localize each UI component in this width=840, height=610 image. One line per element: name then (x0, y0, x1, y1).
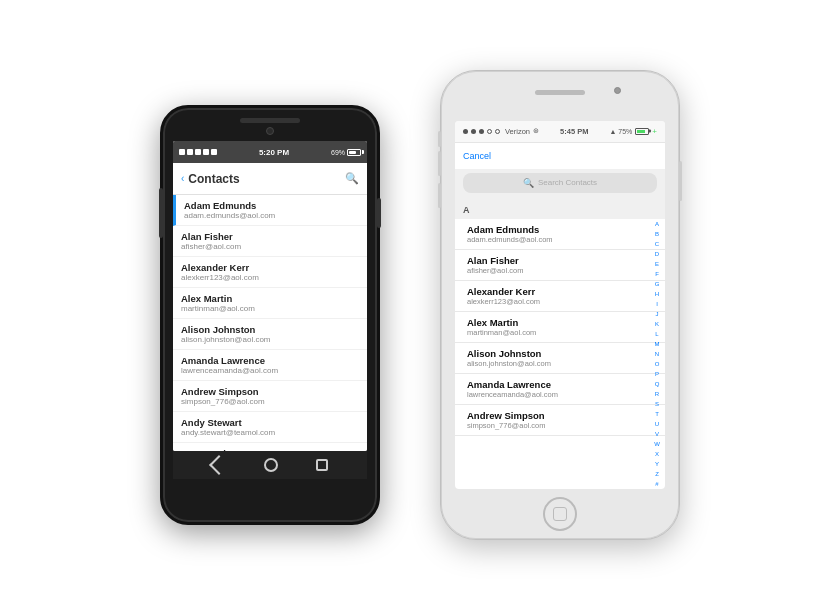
android-status-bar: 5:20 PM 69% (173, 141, 367, 163)
iphone-contact-email: afisher@aol.com (467, 266, 647, 275)
alpha-letter-V[interactable]: V (655, 431, 659, 437)
iphone-contact-name: Alex Martin (467, 317, 647, 328)
android-status-icons (179, 149, 217, 155)
iphone-contact-name: Andrew Simpson (467, 410, 647, 421)
android-phone: 5:20 PM 69% ‹ Contacts 🔍 Adam Edmunds ad… (160, 105, 380, 525)
iphone-contact-item-6[interactable]: Andrew Simpson simpson_776@aol.com (455, 405, 665, 436)
android-contact-name: Anne Butler (181, 448, 359, 451)
iphone-contact-name: Alison Johnston (467, 348, 647, 359)
android-contact-item-1[interactable]: Alan Fisher afisher@aol.com (173, 226, 367, 257)
iphone-battery-area: ▲ 75% + (609, 127, 657, 136)
iphone-home-inner (553, 507, 567, 521)
android-recents-button[interactable] (316, 459, 328, 471)
android-contact-item-5[interactable]: Amanda Lawrence lawrenceamanda@aol.com (173, 350, 367, 381)
alpha-letter-O[interactable]: O (655, 361, 660, 367)
alpha-letter-A[interactable]: A (655, 221, 659, 227)
iphone-bottom (441, 489, 679, 539)
iphone-volume-down-button[interactable] (438, 183, 441, 208)
iphone-battery-fill (637, 130, 645, 133)
iphone-contact-item-0[interactable]: Adam Edmunds adam.edmunds@aol.com (455, 219, 665, 250)
android-contact-name: Amanda Lawrence (181, 355, 359, 366)
signal-dot-4 (487, 129, 492, 134)
alpha-letter-Z[interactable]: Z (655, 471, 659, 477)
android-contact-email: adam.edmunds@aol.com (184, 211, 359, 220)
alpha-letter-R[interactable]: R (655, 391, 659, 397)
android-battery-fill (349, 151, 356, 154)
iphone-signal-area: Verizon ⊛ (463, 127, 539, 136)
iphone-contact-item-2[interactable]: Alexander Kerr alexkerr123@aol.com (455, 281, 665, 312)
alpha-letter-N[interactable]: N (655, 351, 659, 357)
alpha-letter-J[interactable]: J (656, 311, 659, 317)
android-contact-item-4[interactable]: Alison Johnston alison.johnston@aol.com (173, 319, 367, 350)
alpha-letter-L[interactable]: L (655, 331, 658, 337)
alpha-letter-T[interactable]: T (655, 411, 659, 417)
alpha-letter-G[interactable]: G (655, 281, 660, 287)
alpha-letter-K[interactable]: K (655, 321, 659, 327)
android-back-button[interactable] (209, 455, 229, 475)
android-battery-icon (347, 149, 361, 156)
alpha-letter-P[interactable]: P (655, 371, 659, 377)
android-screen: 5:20 PM 69% ‹ Contacts 🔍 Adam Edmunds ad… (173, 141, 367, 451)
iphone-power-button[interactable] (679, 161, 682, 201)
android-contact-name: Andrew Simpson (181, 386, 359, 397)
alpha-letter-C[interactable]: C (655, 241, 659, 247)
iphone-mute-switch[interactable] (438, 131, 441, 147)
alpha-letter-I[interactable]: I (656, 301, 658, 307)
android-power-button[interactable] (377, 198, 381, 228)
android-contact-name: Andy Stewart (181, 417, 359, 428)
iphone-contact-item-3[interactable]: Alex Martin martinman@aol.com (455, 312, 665, 343)
iphone-cancel-button[interactable]: Cancel (463, 151, 491, 161)
iphone-status-bar: Verizon ⊛ 5:45 PM ▲ 75% + (455, 121, 665, 143)
iphone-contact-item-5[interactable]: Amanda Lawrence lawrenceamanda@aol.com (455, 374, 665, 405)
android-contact-item-2[interactable]: Alexander Kerr alexkerr123@aol.com (173, 257, 367, 288)
alpha-letter-E[interactable]: E (655, 261, 659, 267)
android-nav-bar (173, 451, 367, 479)
alphabet-index[interactable]: ABCDEFGHIJKLMNOPQRSTUVWXYZ# (651, 219, 663, 489)
android-status-time: 5:20 PM (259, 148, 289, 157)
alpha-letter-#[interactable]: # (655, 481, 658, 487)
alpha-letter-B[interactable]: B (655, 231, 659, 237)
alpha-letter-M[interactable]: M (655, 341, 660, 347)
iphone-contact-item-1[interactable]: Alan Fisher afisher@aol.com (455, 250, 665, 281)
alpha-letter-F[interactable]: F (655, 271, 659, 277)
android-volume-button[interactable] (159, 188, 163, 238)
android-contact-email: lawrenceamanda@aol.com (181, 366, 359, 375)
android-contacts-back[interactable]: ‹ (181, 173, 184, 184)
android-contact-email: martinman@aol.com (181, 304, 359, 313)
android-search-button[interactable]: 🔍 (345, 172, 359, 185)
scene: 5:20 PM 69% ‹ Contacts 🔍 Adam Edmunds ad… (0, 0, 840, 610)
android-contacts-header: ‹ Contacts 🔍 (173, 163, 367, 195)
iphone-time: 5:45 PM (560, 127, 588, 136)
alpha-letter-W[interactable]: W (654, 441, 660, 447)
iphone-search-input[interactable]: 🔍 Search Contacts (463, 173, 657, 193)
iphone-contact-name: Amanda Lawrence (467, 379, 647, 390)
alpha-letter-Q[interactable]: Q (655, 381, 660, 387)
iphone-home-button[interactable] (543, 497, 577, 531)
android-contact-item-3[interactable]: Alex Martin martinman@aol.com (173, 288, 367, 319)
alpha-letter-U[interactable]: U (655, 421, 659, 427)
iphone-volume-up-button[interactable] (438, 151, 441, 176)
iphone-contact-item-4[interactable]: Alison Johnston alison.johnston@aol.com (455, 343, 665, 374)
notification-icon-5 (211, 149, 217, 155)
alpha-letter-D[interactable]: D (655, 251, 659, 257)
alpha-letter-H[interactable]: H (655, 291, 659, 297)
notification-icon-2 (187, 149, 193, 155)
iphone-search-bar: 🔍 Search Contacts (455, 169, 665, 197)
android-contact-item-8[interactable]: Anne Butler annebutler@aol.com (173, 443, 367, 451)
android-speaker (240, 118, 300, 123)
alpha-letter-X[interactable]: X (655, 451, 659, 457)
iphone-search-placeholder: Search Contacts (538, 178, 597, 187)
alpha-letter-S[interactable]: S (655, 401, 659, 407)
android-contact-item-7[interactable]: Andy Stewart andy.stewart@teamol.com (173, 412, 367, 443)
iphone-contacts-list: Adam Edmunds adam.edmunds@aol.com Alan F… (455, 219, 665, 489)
charging-icon: + (652, 127, 657, 136)
notification-icon-3 (195, 149, 201, 155)
iphone-contact-email: alison.johnston@aol.com (467, 359, 647, 368)
android-contact-item-6[interactable]: Andrew Simpson simpson_776@aol.com (173, 381, 367, 412)
alpha-letter-Y[interactable]: Y (655, 461, 659, 467)
android-contact-item-0[interactable]: Adam Edmunds adam.edmunds@aol.com (173, 195, 367, 226)
android-home-button[interactable] (264, 458, 278, 472)
android-contact-email: afisher@aol.com (181, 242, 359, 251)
iphone-contact-email: martinman@aol.com (467, 328, 647, 337)
signal-dot-1 (463, 129, 468, 134)
